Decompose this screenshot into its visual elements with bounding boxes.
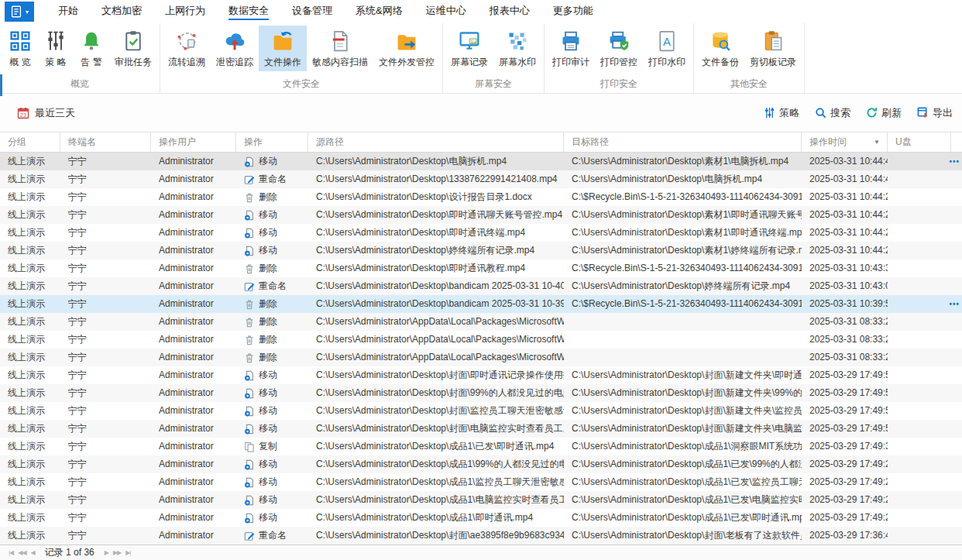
tool-refresh-button[interactable]: 刷新 <box>866 106 902 120</box>
operation-label: 移动 <box>259 402 277 420</box>
tool-policy-button[interactable]: 策略 <box>764 106 799 120</box>
tool-export-button[interactable]: 导出 <box>917 106 953 120</box>
table-row[interactable]: 线上演示宁宁Administrator移动C:\Users\Administra… <box>0 384 962 402</box>
cell-group: 线上演示 <box>0 242 60 259</box>
ribbon-sensitive-scan-button[interactable]: 敏感内容扫描 <box>307 26 373 71</box>
column-header-group[interactable]: 分组 <box>0 132 60 152</box>
table-row[interactable]: 线上演示宁宁Administrator删除C:\Users\Administra… <box>0 188 962 206</box>
row-more-button[interactable]: ••• <box>949 295 960 313</box>
cell-user: Administrator <box>151 384 236 402</box>
cell-time: 2025-03-29 17:49:55 <box>802 402 888 420</box>
table-row[interactable]: 线上演示宁宁Administrator移动C:\Users\Administra… <box>0 491 962 509</box>
ribbon-file-outgoing-button[interactable]: 文件外发管控 <box>373 26 440 71</box>
column-header-usb[interactable]: U盘 <box>888 132 951 152</box>
cell-user: Administrator <box>151 438 236 455</box>
column-header-terminal[interactable]: 终端名 <box>60 132 151 152</box>
table-row[interactable]: 线上演示宁宁Administrator移动C:\Users\Administra… <box>0 473 962 491</box>
ribbon-flow-trace-button[interactable]: 流转追溯 <box>163 26 211 71</box>
table-row[interactable]: 线上演示宁宁Administrator移动C:\Users\Administra… <box>0 509 962 527</box>
pager-next-button[interactable]: ▶ <box>102 549 111 556</box>
cell-user: Administrator <box>151 242 236 259</box>
ribbon-approval-tasks-button[interactable]: 审批任务 <box>109 26 157 71</box>
menu-tab-report-center[interactable]: 报表中心 <box>478 0 541 23</box>
menu-tab-label: 更多功能 <box>553 5 593 16</box>
ribbon-button-label: 打印管控 <box>600 56 637 69</box>
column-header-user[interactable]: 操作用户 <box>151 132 236 152</box>
tool-search-button[interactable]: 搜索 <box>815 106 850 120</box>
table-row[interactable]: 线上演示宁宁Administrator移动C:\Users\Administra… <box>0 153 962 170</box>
ribbon-button-label: 流转追溯 <box>168 56 205 69</box>
operation-label: 移动 <box>259 153 277 170</box>
cell-terminal: 宁宁 <box>60 438 151 455</box>
ribbon-file-backup-button[interactable]: 文件备份 <box>696 26 744 71</box>
cell-dst: C:\Users\Administrator\Desktop\成品1\已发\电脑… <box>564 491 802 509</box>
rename-icon <box>244 174 255 185</box>
table-row[interactable]: 线上演示宁宁Administrator复制C:\Users\Administra… <box>0 438 962 455</box>
table-row[interactable]: 线上演示宁宁Administrator删除C:\Users\Administra… <box>0 313 962 331</box>
table-row[interactable]: 线上演示宁宁Administrator重命名C:\Users\Administr… <box>0 527 962 545</box>
ribbon-screen-record-button[interactable]: 屏幕记录 <box>445 26 493 71</box>
cell-dst <box>564 349 802 366</box>
menu-tab-web-behavior[interactable]: 上网行为 <box>153 0 217 23</box>
cell-group: 线上演示 <box>0 224 60 242</box>
pager-last-button[interactable]: ▶| <box>123 549 132 556</box>
cell-group: 线上演示 <box>0 206 60 224</box>
move-icon <box>244 424 255 435</box>
move-icon <box>244 228 255 239</box>
ribbon-policy-button[interactable]: 策 略 <box>38 26 74 71</box>
table-row[interactable]: 线上演示宁宁Administrator移动C:\Users\Administra… <box>0 455 962 473</box>
table-row[interactable]: 线上演示宁宁Administrator删除C:\Users\Administra… <box>0 331 962 349</box>
column-header-time[interactable]: 操作时间▼ <box>802 132 888 152</box>
table-row[interactable]: 线上演示宁宁Administrator移动C:\Users\Administra… <box>0 206 962 224</box>
cell-time: 2025-03-29 17:49:20 <box>802 473 888 491</box>
table-row[interactable]: 线上演示宁宁Administrator删除C:\Users\Administra… <box>0 259 962 277</box>
menu-tab-home[interactable]: 开始 <box>46 0 90 23</box>
table-row[interactable]: 线上演示宁宁Administrator移动C:\Users\Administra… <box>0 224 962 242</box>
menu-tab-system-network[interactable]: 系统&网络 <box>344 0 414 23</box>
table-row[interactable]: 线上演示宁宁Administrator删除C:\Users\Administra… <box>0 295 962 313</box>
ribbon-group-buttons: 概 览策 略告 警审批任务 <box>2 23 157 77</box>
table-row[interactable]: 线上演示宁宁Administrator重命名C:\Users\Administr… <box>0 170 962 188</box>
sort-filter-icon[interactable]: ▼ <box>874 132 880 152</box>
ribbon-button-label: 屏幕水印 <box>499 56 536 69</box>
table-row[interactable]: 线上演示宁宁Administrator移动C:\Users\Administra… <box>0 402 962 420</box>
table-row[interactable]: 线上演示宁宁Administrator移动C:\Users\Administra… <box>0 242 962 259</box>
pager-next-page-button[interactable]: ▶▶ <box>111 549 123 556</box>
menu-tab-ops-center[interactable]: 运维中心 <box>414 0 478 23</box>
table-row[interactable]: 线上演示宁宁Administrator重命名C:\Users\Administr… <box>0 277 962 295</box>
cell-group: 线上演示 <box>0 491 60 509</box>
table-row[interactable]: 线上演示宁宁Administrator移动C:\Users\Administra… <box>0 366 962 384</box>
column-header-src[interactable]: 源路径 <box>308 132 564 152</box>
column-header-op[interactable]: 操作 <box>236 132 308 152</box>
row-more-button[interactable]: ••• <box>949 153 960 170</box>
ribbon-alert-button[interactable]: 告 警 <box>74 26 109 71</box>
menu-tab-more[interactable]: 更多功能 <box>541 0 605 23</box>
pager-prev-page-button[interactable]: ◀◀ <box>15 549 28 556</box>
ribbon-print-watermark-button[interactable]: A打印水印 <box>643 26 691 71</box>
move-icon <box>244 246 255 256</box>
menu-tab-device-mgmt[interactable]: 设备管理 <box>280 0 344 23</box>
ribbon-leak-track-button[interactable]: 泄密追踪 <box>211 26 259 71</box>
menu-tabs: 开始文档加密上网行为数据安全设备管理系统&网络运维中心报表中心更多功能 <box>46 0 605 23</box>
ribbon-file-operation-button[interactable]: 文件操作 <box>259 26 307 71</box>
operation-label: 删除 <box>259 313 277 331</box>
pager-first-button[interactable]: |◀ <box>6 549 15 556</box>
delete-icon <box>244 263 255 274</box>
menu-tab-doc-encryption[interactable]: 文档加密 <box>90 0 153 23</box>
clipboard-record-icon <box>761 29 785 53</box>
ribbon-print-audit-button[interactable]: 打印审计 <box>547 26 595 71</box>
menu-tab-data-security[interactable]: 数据安全 <box>217 0 280 23</box>
table-row[interactable]: 线上演示宁宁Administrator移动C:\Users\Administra… <box>0 420 962 438</box>
table-row[interactable]: 线上演示宁宁Administrator删除C:\Users\Administra… <box>0 349 962 366</box>
cell-src: C:\Users\Administrator\AppData\Local\Pac… <box>308 331 564 349</box>
date-range-filter[interactable]: 23 最近三天 <box>17 106 75 120</box>
ribbon-screen-watermark-button[interactable]: 屏幕水印 <box>493 26 541 71</box>
app-menu-button[interactable]: ▼ <box>5 2 34 22</box>
ribbon-print-control-button[interactable]: 打印管控 <box>595 26 643 71</box>
pager-prev-button[interactable]: ◀ <box>29 549 37 556</box>
column-header-dst[interactable]: 目标路径 <box>564 132 802 152</box>
cell-op: 重命名 <box>236 277 308 295</box>
ribbon-overview-button[interactable]: 概 览 <box>2 26 38 71</box>
tool-label: 搜索 <box>830 106 850 120</box>
ribbon-clipboard-record-button[interactable]: 剪切板记录 <box>744 26 802 71</box>
